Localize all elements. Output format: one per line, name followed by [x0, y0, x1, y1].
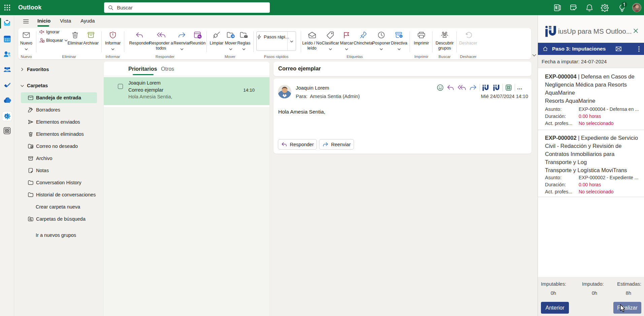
svg-text:A: A	[5, 115, 7, 117]
